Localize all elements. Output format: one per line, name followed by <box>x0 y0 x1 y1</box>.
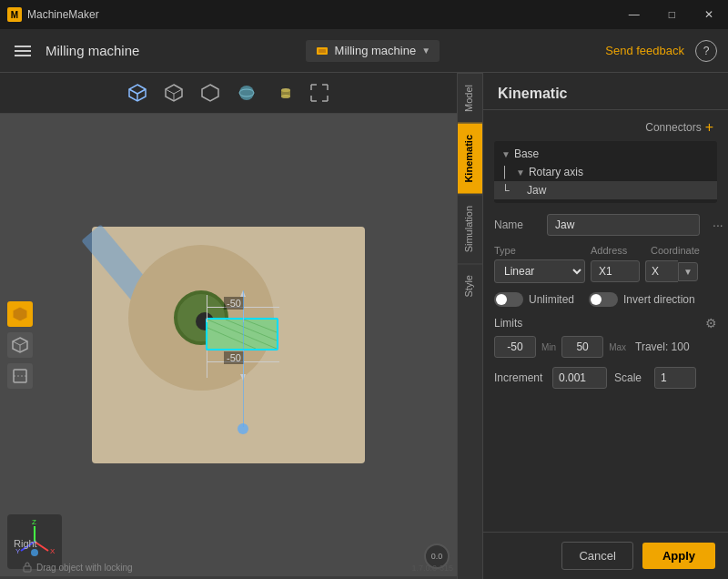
type-select[interactable]: Linear Rotary <box>494 259 585 283</box>
name-input[interactable] <box>547 214 700 236</box>
canvas-3d[interactable]: -50 -50 <box>0 114 457 576</box>
svg-line-4 <box>129 89 137 94</box>
cylinder-icon <box>273 83 293 103</box>
type-col-header: Type <box>494 245 585 256</box>
topbar-left: Milling machine <box>11 42 139 60</box>
name-row: Name ··· <box>494 214 717 236</box>
cylinder-btn[interactable] <box>268 78 298 107</box>
dim-line-bot-v2 <box>207 350 207 378</box>
gear-button[interactable]: ⚙ <box>705 316 717 330</box>
tree-item-rotary[interactable]: │ ▼ Rotary axis <box>494 163 717 181</box>
tree-item-base[interactable]: ▼ Base <box>494 145 717 163</box>
cube-orange-icon <box>12 306 28 322</box>
drag-hint-text: Drag object with locking <box>36 563 133 573</box>
tab-kinematic[interactable]: Kinematic <box>458 123 482 194</box>
svg-point-11 <box>239 86 254 100</box>
coordinate-dropdown-arrow[interactable]: ▼ <box>678 262 698 281</box>
increment-row: Increment Scale <box>494 367 717 389</box>
coordinate-col-header: Coordinate <box>651 245 714 256</box>
cube-outline-btn[interactable] <box>159 78 188 107</box>
hamburger-menu[interactable] <box>11 42 35 60</box>
unlimited-toggle[interactable] <box>494 292 523 307</box>
cancel-button[interactable]: Cancel <box>561 542 632 570</box>
panel-content: Connectors + ▼ Base │ ▼ Rotary axis <box>483 110 728 532</box>
lock-icon <box>22 562 33 573</box>
app-name: MachineMaker <box>27 8 99 21</box>
dim-line-top-v2 <box>207 295 207 322</box>
help-button[interactable]: ? <box>695 40 717 62</box>
topbar-right: Send feedback ? <box>605 40 717 62</box>
sphere-btn[interactable] <box>232 78 261 107</box>
app-icon: M <box>7 7 22 22</box>
machine-name: Milling machine <box>335 44 417 57</box>
travel-label: Travel: 100 <box>635 340 690 353</box>
titlebar-controls: — □ ✕ <box>622 6 721 23</box>
limit-min-sublabel: Min <box>541 342 556 352</box>
scale-input[interactable] <box>654 367 696 389</box>
cube-corner-icon <box>200 83 220 103</box>
minimize-button[interactable]: — <box>622 6 647 23</box>
jaw-element <box>206 318 278 350</box>
invert-toggle[interactable] <box>589 292 618 307</box>
axis-endpoint <box>238 423 248 434</box>
coordinate-input[interactable] <box>645 260 678 282</box>
add-connector-btn[interactable]: + <box>702 119 717 136</box>
left-cubes <box>7 301 33 389</box>
titlebar-left: M MachineMaker <box>7 7 99 22</box>
tree-label-jaw: Jaw <box>527 184 546 197</box>
cube-wire-icon <box>12 337 28 353</box>
tree-arrow-base: ▼ <box>501 149 511 159</box>
right-panel: Kinematic Connectors + ▼ Base │ <box>482 73 728 579</box>
cube-solid-btn[interactable] <box>123 78 152 107</box>
machine-selector[interactable]: Milling machine ▼ <box>306 40 440 62</box>
hamburger-line2 <box>15 50 31 52</box>
hamburger-line1 <box>15 46 31 47</box>
coordinate-group: ▼ <box>645 260 698 282</box>
unlimited-label: Unlimited <box>529 293 574 306</box>
titlebar: M MachineMaker — □ ✕ <box>0 0 728 29</box>
tab-style[interactable]: Style <box>458 263 482 308</box>
toggles-row: Unlimited Invert direction <box>494 292 717 307</box>
address-input[interactable] <box>591 260 640 282</box>
svg-line-9 <box>174 89 182 94</box>
svg-text:Z: Z <box>32 519 36 526</box>
expand-icon <box>309 83 329 103</box>
svg-rect-1 <box>318 49 326 53</box>
tree-item-jaw[interactable]: └ Jaw <box>494 181 717 199</box>
increment-label: Increment <box>494 371 545 384</box>
hamburger-line3 <box>15 55 31 56</box>
invert-toggle-group: Invert direction <box>589 292 695 307</box>
cube-wire-btn[interactable] <box>7 332 33 358</box>
jaw-pattern <box>207 320 277 349</box>
tab-simulation[interactable]: Simulation <box>458 194 482 263</box>
panel-title: Kinematic <box>498 86 567 101</box>
limits-label: Limits <box>494 317 522 330</box>
close-button[interactable]: ✕ <box>697 6 721 23</box>
svg-line-31 <box>13 341 20 345</box>
svg-text:X: X <box>50 547 56 555</box>
topbar: Milling machine Milling machine ▼ Send f… <box>0 29 728 73</box>
feedback-button[interactable]: Send feedback <box>605 44 684 57</box>
limit-min-input[interactable] <box>494 336 536 358</box>
apply-button[interactable]: Apply <box>642 543 715 569</box>
dots-button[interactable]: ··· <box>707 216 728 234</box>
increment-input[interactable] <box>552 367 607 389</box>
version-info: 1.7.0.0-315 <box>411 564 453 573</box>
cube-orange-btn[interactable] <box>7 301 33 327</box>
tree-header: Connectors + <box>494 119 717 136</box>
machine-visual: -50 -50 <box>65 199 392 491</box>
speed-value: 0.0 <box>431 552 443 561</box>
scale-label: Scale <box>614 371 647 384</box>
limit-max-sublabel: Max <box>609 342 626 352</box>
expand-btn[interactable] <box>305 78 334 107</box>
maximize-button[interactable]: □ <box>662 6 682 23</box>
cube-corner-btn[interactable] <box>196 78 225 107</box>
axis-line-v <box>243 290 244 427</box>
limit-max-input[interactable] <box>561 336 603 358</box>
tab-model[interactable]: Model <box>458 73 482 123</box>
tree-label-rotary: Rotary axis <box>529 166 583 178</box>
svg-line-27 <box>207 328 256 349</box>
controls-row: Linear Rotary ▼ <box>494 259 717 283</box>
svg-point-41 <box>31 549 38 556</box>
cube-flat-btn[interactable] <box>7 363 33 389</box>
